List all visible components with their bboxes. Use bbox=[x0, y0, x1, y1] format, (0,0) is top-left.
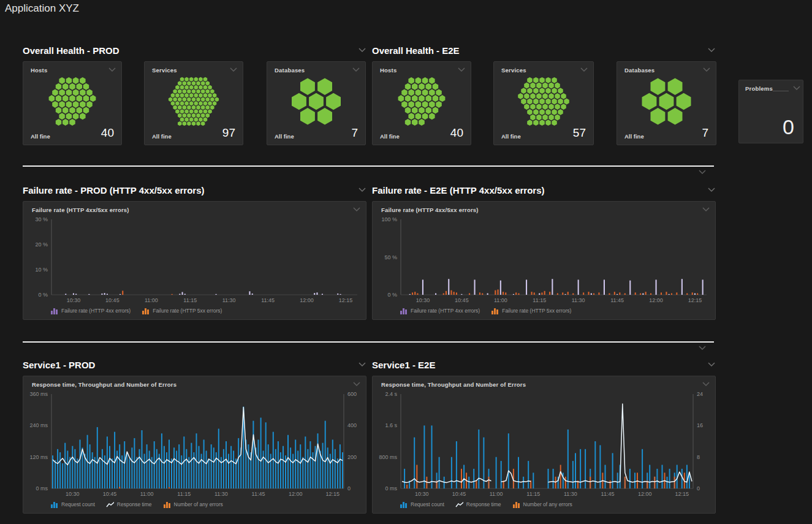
svg-text:0 ms: 0 ms bbox=[385, 485, 397, 492]
svg-text:30 %: 30 % bbox=[35, 216, 48, 222]
line-legend-icon bbox=[455, 501, 463, 508]
svg-text:12:15: 12:15 bbox=[688, 297, 702, 303]
service1-e2e-plot[interactable]: 2.4 s1.6 s800 ms0 ms24168010:3010:4511:0… bbox=[373, 388, 715, 498]
tile-value: 57 bbox=[573, 126, 586, 140]
chevron-down-icon[interactable] bbox=[352, 207, 361, 213]
svg-text:10:30: 10:30 bbox=[66, 491, 80, 497]
svg-text:0: 0 bbox=[347, 485, 351, 492]
section-title: Failure rate - E2E (HTTP 4xx/5xx errors) bbox=[372, 185, 545, 196]
health-tile-hosts-e2e[interactable]: Hosts All fine 40 bbox=[372, 61, 471, 145]
service1-e2e-chart-tile[interactable]: Response time, Throughput and Number of … bbox=[372, 376, 716, 514]
bars-legend-icon bbox=[400, 307, 408, 314]
service1-prod-chart-tile[interactable]: Response time, Throughput and Number of … bbox=[23, 376, 366, 514]
failure-rate-e2e-chart-tile[interactable]: Failure rate (HTTP 4xx/5xx errors) 100 %… bbox=[372, 201, 716, 320]
svg-text:120 ms: 120 ms bbox=[29, 454, 48, 460]
chevron-down-icon[interactable] bbox=[580, 67, 588, 73]
svg-text:10:30: 10:30 bbox=[415, 491, 429, 497]
failure-rate-prod-chart-tile[interactable]: Failure rate (HTTP 4xx/5xx errors) 30 %2… bbox=[23, 201, 366, 320]
health-tile-services-e2e[interactable]: Services All fine 57 bbox=[493, 61, 594, 145]
chevron-down-icon[interactable] bbox=[707, 187, 716, 193]
chevron-down-icon[interactable] bbox=[698, 169, 707, 175]
chevron-down-icon[interactable] bbox=[358, 362, 366, 368]
svg-text:0 %: 0 % bbox=[38, 292, 48, 298]
legend-errors[interactable]: Number of any errors bbox=[512, 501, 572, 508]
svg-text:800 ms: 800 ms bbox=[379, 454, 397, 460]
svg-text:200: 200 bbox=[347, 454, 357, 460]
legend-errors[interactable]: Number of any errors bbox=[163, 501, 223, 508]
chevron-down-icon[interactable] bbox=[702, 207, 710, 213]
honeycomb-services-prod bbox=[153, 77, 234, 126]
legend-failure-5xx[interactable]: Failure rate (HTTP 5xx errors) bbox=[142, 307, 222, 314]
tile-title: Hosts bbox=[380, 67, 397, 74]
svg-text:10:30: 10:30 bbox=[416, 297, 430, 303]
svg-text:12:15: 12:15 bbox=[675, 491, 689, 497]
health-tile-services-prod[interactable]: Services All fine 97 bbox=[144, 61, 243, 145]
chevron-down-icon[interactable] bbox=[358, 47, 366, 53]
svg-text:11:00: 11:00 bbox=[494, 297, 507, 303]
line-legend-icon bbox=[106, 501, 114, 508]
status-text: All fine bbox=[275, 133, 294, 140]
tile-title: Services bbox=[152, 67, 177, 74]
bars-legend-icon bbox=[491, 307, 499, 314]
section-header-health-prod: Overall Health - PROD bbox=[23, 44, 366, 56]
svg-text:11:00: 11:00 bbox=[145, 297, 158, 303]
svg-text:1.6 s: 1.6 s bbox=[385, 422, 397, 428]
svg-text:10:30: 10:30 bbox=[67, 297, 81, 303]
problems-tile[interactable]: Problems 0 bbox=[738, 80, 803, 143]
legend-request-count[interactable]: Request count bbox=[400, 501, 444, 508]
chevron-down-icon[interactable] bbox=[698, 345, 707, 351]
chevron-down-icon[interactable] bbox=[792, 85, 801, 91]
chevron-down-icon[interactable] bbox=[358, 187, 366, 193]
chevron-down-icon[interactable] bbox=[707, 362, 716, 368]
legend-response-time[interactable]: Response time bbox=[455, 501, 501, 508]
svg-text:11:30: 11:30 bbox=[572, 297, 585, 303]
legend-failure-4xx[interactable]: Failure rate (HTTP 4xx errors) bbox=[50, 307, 131, 314]
chart-title: Response time, Throughput and Number of … bbox=[381, 381, 526, 388]
health-tile-databases-prod[interactable]: Databases All fine 7 bbox=[267, 61, 366, 145]
section-header-service1-e2e: Service1 - E2E bbox=[372, 359, 716, 371]
health-tile-hosts-prod[interactable]: Hosts All fine 40 bbox=[23, 61, 122, 145]
svg-text:11:15: 11:15 bbox=[183, 297, 197, 303]
bars-legend-icon bbox=[163, 501, 171, 508]
section-title: Service1 - PROD bbox=[23, 360, 95, 370]
honeycomb-hosts-e2e bbox=[381, 77, 462, 126]
bars-legend-icon bbox=[50, 307, 58, 314]
bars-legend-icon bbox=[400, 501, 408, 508]
svg-text:100 %: 100 % bbox=[381, 216, 397, 222]
status-text: All fine bbox=[501, 133, 521, 140]
failure-rate-e2e-plot[interactable]: 100 %50 %0 %10:3010:4511:0011:1511:3011:… bbox=[373, 213, 715, 305]
svg-text:11:00: 11:00 bbox=[140, 491, 154, 497]
failure-rate-prod-plot[interactable]: 30 %20 %10 %0 %10:3010:4511:0011:1511:30… bbox=[23, 213, 366, 305]
legend-request-count[interactable]: Request count bbox=[50, 501, 95, 508]
page-title: Application XYZ bbox=[5, 2, 79, 15]
legend-failure-5xx[interactable]: Failure rate (HTTP 5xx errors) bbox=[491, 307, 571, 314]
service1-prod-plot[interactable]: 360 ms240 ms120 ms0 ms600400200010:3010:… bbox=[23, 388, 366, 498]
bars-legend-icon bbox=[142, 307, 150, 314]
legend-failure-4xx[interactable]: Failure rate (HTTP 4xx errors) bbox=[400, 307, 480, 314]
chevron-down-icon[interactable] bbox=[108, 67, 116, 73]
section-title: Service1 - E2E bbox=[372, 360, 435, 370]
chevron-down-icon[interactable] bbox=[707, 47, 716, 53]
legend-response-time[interactable]: Response time bbox=[106, 501, 152, 508]
svg-text:50 %: 50 % bbox=[384, 254, 397, 260]
honeycomb-databases-e2e bbox=[626, 77, 707, 126]
chevron-down-icon[interactable] bbox=[229, 67, 238, 73]
chevron-down-icon[interactable] bbox=[457, 67, 466, 73]
chevron-down-icon[interactable] bbox=[352, 67, 360, 73]
chevron-down-icon[interactable] bbox=[702, 67, 711, 73]
tile-title: Databases bbox=[275, 67, 305, 74]
problems-count: 0 bbox=[783, 115, 794, 139]
chart-legend: Request count Response time Number of an… bbox=[373, 498, 715, 513]
chart-legend: Request count Response time Number of an… bbox=[23, 498, 366, 513]
svg-text:8: 8 bbox=[697, 454, 700, 460]
section-title: Overall Health - E2E bbox=[372, 45, 460, 56]
chevron-down-icon[interactable] bbox=[352, 381, 361, 387]
svg-text:12:00: 12:00 bbox=[649, 297, 663, 303]
health-tile-databases-e2e[interactable]: Databases All fine 7 bbox=[617, 61, 716, 145]
tile-value: 7 bbox=[351, 126, 358, 140]
honeycomb-databases-prod bbox=[276, 77, 357, 126]
section-header-health-e2e: Overall Health - E2E bbox=[372, 44, 716, 56]
tile-title: Problems bbox=[745, 85, 773, 92]
chevron-down-icon[interactable] bbox=[702, 381, 710, 387]
chart-title: Response time, Throughput and Number of … bbox=[32, 381, 176, 388]
